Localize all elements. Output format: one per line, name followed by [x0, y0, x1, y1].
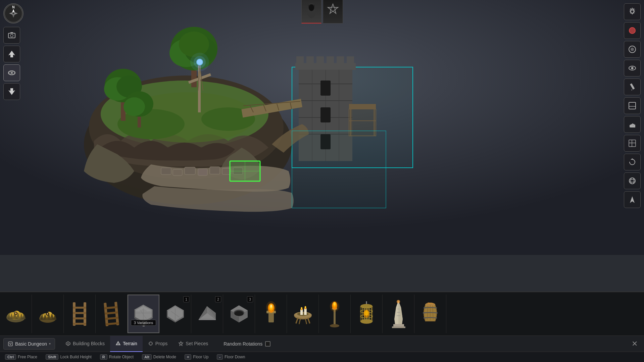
svg-point-213 [360, 319, 373, 324]
svg-rect-46 [306, 56, 314, 65]
svg-rect-1 [292, 67, 413, 168]
tab-building-blocks[interactable]: Building Blocks [60, 336, 110, 352]
svg-point-31 [196, 59, 203, 65]
equals-key: = [185, 354, 191, 360]
props-label: Props [155, 341, 168, 346]
faction-icon-button[interactable] [323, 0, 343, 23]
tab-terrain[interactable]: Terrain [110, 336, 143, 352]
scene-dropdown[interactable]: Basic Dungeon ▾ [3, 338, 55, 350]
svg-point-195 [305, 306, 306, 308]
grab-button[interactable] [624, 116, 641, 133]
svg-rect-54 [349, 104, 376, 109]
terrain-label: Terrain [123, 341, 137, 346]
asset-item-gold-pile-1[interactable] [0, 295, 32, 333]
camera-tool-button[interactable] [3, 27, 20, 44]
svg-rect-45 [296, 56, 304, 65]
bottom-panel: 3 Variations 1 2 [0, 292, 644, 362]
svg-rect-24 [138, 107, 141, 127]
svg-point-21 [169, 39, 203, 67]
svg-rect-78 [10, 32, 13, 34]
close-panel-button[interactable]: ✕ [629, 338, 641, 350]
shift-key: Shift [46, 354, 58, 360]
asset-item-stone-tile-2[interactable]: 1 [159, 295, 191, 333]
asset-item-stone-pit[interactable]: 3 [223, 295, 255, 333]
eraser-button[interactable] [624, 97, 641, 114]
hotkey-lock-build: Shift Lock Build Height [46, 354, 92, 360]
ctrl-key: Ctrl [5, 354, 16, 360]
svg-text:N: N [12, 5, 14, 9]
svg-line-64 [290, 103, 292, 109]
svg-point-133 [47, 313, 48, 314]
svg-point-25 [125, 91, 153, 117]
svg-rect-220 [392, 326, 405, 328]
tab-set-pieces[interactable]: Set Pieces [173, 336, 213, 352]
asset-item-wall-torch[interactable] [255, 295, 287, 333]
viewport[interactable] [0, 0, 644, 255]
asset-item-lantern[interactable] [351, 295, 383, 333]
asset-item-stone-pyramid[interactable]: 2 [191, 295, 223, 333]
visibility-button[interactable] [624, 60, 641, 76]
asset-number-1: 1 [183, 296, 189, 302]
asset-item-ladder-1[interactable] [64, 295, 96, 333]
left-toolbar [3, 27, 20, 100]
svg-point-32 [197, 59, 202, 65]
svg-line-30 [200, 65, 203, 91]
random-rotations-label: Random Rotations [224, 341, 262, 347]
top-header [301, 0, 343, 23]
svg-rect-219 [393, 324, 404, 327]
dropdown-arrow: ▾ [49, 342, 51, 346]
svg-point-16 [105, 69, 142, 102]
close-icon: ✕ [632, 340, 638, 348]
torch-stand-icon [322, 301, 347, 327]
rotate-button[interactable] [624, 154, 641, 170]
svg-point-13 [117, 109, 185, 139]
building-blocks-icon [65, 341, 71, 346]
svg-rect-28 [188, 73, 211, 84]
svg-rect-191 [304, 308, 307, 315]
asset-item-stone-tile-selected[interactable]: 3 Variations [128, 295, 159, 333]
svg-point-3 [89, 75, 284, 179]
settings-button[interactable] [624, 3, 641, 20]
move-up-button[interactable] [3, 46, 20, 62]
asset-item-candle-table[interactable] [287, 295, 319, 333]
tab-props[interactable]: Props [143, 336, 173, 352]
svg-point-90 [631, 48, 634, 51]
grid-button[interactable] [624, 135, 641, 152]
paint-button[interactable] [624, 22, 641, 39]
svg-marker-234 [179, 342, 183, 346]
asset-item-ladder-2[interactable] [96, 295, 128, 333]
asset-item-obelisk[interactable] [383, 295, 414, 333]
sphere-button[interactable] [624, 172, 641, 189]
asset-item-barrel[interactable] [414, 295, 446, 333]
svg-point-22 [185, 37, 217, 64]
props-icon [148, 341, 153, 346]
svg-rect-36 [299, 67, 352, 161]
terrain-icon [115, 341, 121, 346]
scene-name: Basic Dungeon [15, 341, 47, 347]
random-rotations-checkbox[interactable] [265, 341, 270, 347]
ladder-1-icon [67, 301, 92, 327]
navigate-button[interactable] [624, 191, 641, 208]
pen-tool-button[interactable] [624, 79, 641, 95]
wall-torch-icon [258, 301, 284, 327]
svg-rect-49 [337, 56, 344, 65]
svg-point-34 [190, 53, 209, 71]
svg-marker-106 [631, 158, 634, 160]
hotkey-bar: Ctrl Free Place Shift Lock Build Height … [0, 352, 644, 362]
svg-line-63 [277, 104, 279, 110]
stone-pit-icon [227, 301, 252, 327]
asset-item-gold-pile-2[interactable] [32, 295, 64, 333]
svg-point-18 [116, 75, 142, 98]
asset-item-torch-stand[interactable] [319, 295, 351, 333]
svg-rect-19 [191, 54, 197, 87]
character-icon-button[interactable] [301, 0, 321, 23]
move-down-button[interactable] [3, 83, 20, 100]
svg-point-202 [330, 301, 339, 312]
svg-point-20 [170, 27, 217, 70]
lantern-icon [354, 301, 379, 327]
svg-rect-51 [320, 81, 331, 96]
svg-rect-55 [349, 109, 376, 136]
view-mode-button[interactable] [3, 64, 20, 81]
set-pieces-icon [178, 341, 184, 346]
layer-button[interactable] [624, 41, 641, 58]
